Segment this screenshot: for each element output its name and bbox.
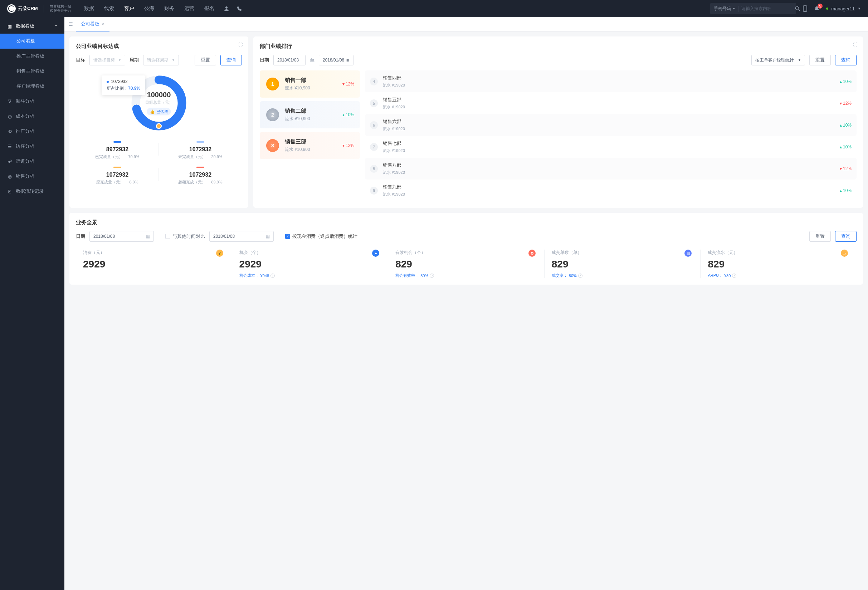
sidebar-item[interactable]: ◎销售分析 [0, 169, 64, 184]
goal-stats: 8972932已完成量（元）70.9%1072932未完成量（元）20.9%10… [76, 138, 242, 188]
ov-cash-check[interactable]: 按现金消费（返点后消费）统计 [285, 233, 357, 240]
rank-filters: 日期 2018/01/08 至 2018/01/08▦ 按工单客户经理统计▼ 重… [260, 55, 856, 65]
rank-title: 部门业绩排行 [260, 43, 856, 50]
chevron-up-icon: ⌃ [55, 24, 57, 28]
search-icon[interactable] [795, 6, 800, 11]
goal-target-label: 目标 [76, 57, 85, 63]
ov-reset-button[interactable]: 重置 [809, 231, 831, 242]
delta-indicator: ▾ 12% [840, 101, 852, 106]
sidebar-item[interactable]: ⎘数据流转记录 [0, 184, 64, 199]
rank-number: 9 [370, 187, 378, 194]
rank-row[interactable]: 6销售六部流水 ¥19020▴ 10% [365, 114, 856, 136]
topnav-item[interactable]: 财务 [164, 5, 174, 12]
rank-number: 7 [370, 143, 378, 151]
delta-indicator: ▾ 12% [840, 166, 852, 171]
expand-icon[interactable]: ⛶ [853, 42, 857, 47]
rank-date1[interactable]: 2018/01/08 [273, 55, 306, 65]
topnav-item[interactable]: 数据 [84, 5, 94, 12]
goal-filters: 目标 请选择目标▼ 周期 请选择周期▼ 重置 查询 [76, 55, 242, 65]
rank-top3: 1销售一部流水 ¥10,900▾ 12%2销售二部流水 ¥10,900▴ 10%… [260, 71, 360, 201]
sidebar-item[interactable]: ◷成本分析 [0, 109, 64, 124]
logo-sep [44, 4, 44, 13]
goal-status-tag: 👍已达成 [147, 108, 171, 115]
overview-cell: 机会（个）➤2929机会成本：¥948 ? [232, 250, 388, 278]
topbar-right: 手机号码 ▼ 5 manager11 ▼ [710, 3, 861, 14]
sidebar-item[interactable]: ☰访客分析 [0, 139, 64, 154]
overview-meta: ARPU：¥80 ? [708, 273, 849, 278]
sidebar-group-dashboard[interactable]: ▦数据看板 ⌃ [0, 19, 64, 34]
goal-period-label: 周期 [130, 57, 139, 63]
phone-icon[interactable] [236, 6, 242, 12]
rank-row[interactable]: 8销售八部流水 ¥19020▾ 12% [365, 158, 856, 180]
sidebar-sub-item[interactable]: 推广主管看板 [0, 49, 64, 64]
goal-target-select[interactable]: 请选择目标▼ [89, 55, 125, 65]
brand-name: 云朵CRM [18, 5, 38, 12]
topnav: 数据线索客户公海财务运营报名 [84, 5, 214, 12]
rank-date2[interactable]: 2018/01/08▦ [319, 55, 353, 65]
ov-date2[interactable]: 2018/01/08▦ [209, 231, 274, 242]
help-icon[interactable]: ? [732, 274, 736, 278]
help-icon[interactable]: ? [578, 274, 583, 278]
goal-query-button[interactable]: 查询 [220, 55, 242, 65]
user-menu[interactable]: manager11 ▼ [826, 6, 861, 12]
rank-top-item[interactable]: 1销售一部流水 ¥10,900▾ 12% [260, 71, 360, 98]
sidebar-item[interactable]: ☍渠道分析 [0, 154, 64, 169]
ov-compare-check[interactable]: 与其他时间对比 [165, 233, 205, 240]
sidebar-item[interactable]: ∇漏斗分析 [0, 94, 64, 109]
sidebar-item-icon: ⟲ [7, 129, 12, 134]
help-icon[interactable]: ? [270, 274, 275, 278]
sidebar-item-icon: ☍ [7, 159, 12, 164]
topnav-item[interactable]: 报名 [204, 5, 214, 12]
rank-row[interactable]: 4销售四部流水 ¥19020▴ 10% [365, 71, 856, 92]
calendar-icon: ▦ [346, 58, 350, 62]
sidebar-item[interactable]: ⟲推广分析 [0, 124, 64, 139]
rank-top-item[interactable]: 3销售三部流水 ¥10,900▾ 12% [260, 132, 360, 159]
topnav-item[interactable]: 公海 [144, 5, 154, 12]
rank-top-item[interactable]: 2销售二部流水 ¥10,900▴ 10% [260, 101, 360, 128]
overview-title: 业务全景 [76, 219, 856, 226]
tabs-collapse-icon[interactable]: ☰ [69, 21, 73, 27]
rank-number: 6 [370, 121, 378, 129]
topnav-item[interactable]: 线索 [104, 5, 114, 12]
sidebar: ▦数据看板 ⌃ 公司看板推广主管看板销售主管看板客户经理看板 ∇漏斗分析◷成本分… [0, 17, 64, 590]
sidebar-sub-item[interactable]: 客户经理看板 [0, 79, 64, 94]
help-icon[interactable]: ? [430, 274, 434, 278]
ov-date1[interactable]: 2018/01/08▦ [89, 231, 154, 242]
delta-indicator: ▴ 10% [840, 79, 852, 84]
logo: 云朵CRM 教育机构一站式服务云平台 [7, 4, 71, 13]
ov-query-button[interactable]: 查询 [835, 231, 856, 242]
rank-list: 4销售四部流水 ¥19020▴ 10%5销售五部流水 ¥19020▾ 12%6销… [365, 71, 856, 201]
sidebar-sub-item[interactable]: 公司看板 [0, 34, 64, 49]
brand-sub: 教育机构一站式服务云平台 [50, 4, 71, 13]
topnav-item[interactable]: 客户 [124, 5, 134, 12]
user-name: manager11 [831, 6, 855, 12]
overview-cell-icon: ➤ [372, 250, 379, 257]
chevron-down-icon: ▼ [118, 58, 121, 62]
search-input[interactable] [741, 6, 795, 11]
search-box[interactable]: 手机号码 ▼ [710, 3, 796, 14]
dashboard-icon: ▦ [7, 24, 12, 29]
rank-query-button[interactable]: 查询 [835, 55, 856, 65]
logo-icon [7, 4, 16, 13]
bell-icon[interactable]: 5 [814, 6, 820, 12]
rank-statby-select[interactable]: 按工单客户经理统计▼ [751, 55, 805, 65]
sidebar-sub-item[interactable]: 销售主管看板 [0, 64, 64, 79]
expand-icon[interactable]: ⛶ [238, 42, 242, 47]
rank-row[interactable]: 5销售五部流水 ¥19020▾ 12% [365, 92, 856, 114]
main: ☰ 公司看板 ✕ ⛶ 公司业绩目标达成 目标 请选择目标▼ 周期 请选择周期▼ [64, 17, 868, 590]
overview-cell-icon: ✪ [528, 250, 536, 257]
rank-row[interactable]: 9销售九部流水 ¥19020▴ 10% [365, 180, 856, 201]
mobile-icon[interactable] [803, 5, 807, 12]
calendar-icon: ▦ [266, 234, 270, 239]
goal-reset-button[interactable]: 重置 [195, 55, 216, 65]
search-type-select[interactable]: 手机号码 ▼ [714, 6, 738, 12]
tab-close-icon[interactable]: ✕ [102, 22, 105, 26]
checkbox-checked-icon [285, 234, 290, 239]
rank-row[interactable]: 7销售七部流水 ¥19020▴ 10% [365, 136, 856, 158]
topnav-item[interactable]: 运营 [184, 5, 194, 12]
rank-reset-button[interactable]: 重置 [809, 55, 831, 65]
goal-period-select[interactable]: 请选择周期▼ [143, 55, 179, 65]
svg-line-2 [799, 10, 800, 11]
user-icon[interactable] [224, 6, 229, 12]
tab-company-board[interactable]: 公司看板 ✕ [76, 17, 109, 31]
